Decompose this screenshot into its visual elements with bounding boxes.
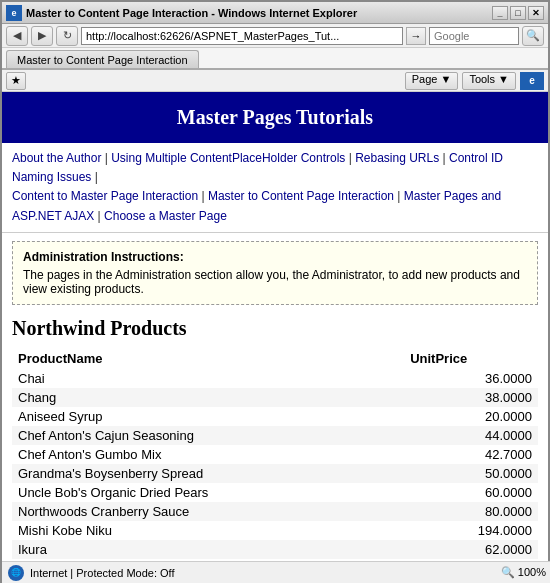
- toolbar: ★ Page ▼ Tools ▼ e: [2, 70, 548, 92]
- nav-link-rebasing[interactable]: Rebasing URLs: [355, 151, 439, 165]
- forward-button[interactable]: ▶: [31, 26, 53, 46]
- col-header-name: ProductName: [12, 348, 404, 369]
- product-price: 62.0000: [404, 540, 538, 559]
- status-bar: 🌐 Internet | Protected Mode: Off 🔍 100%: [2, 561, 550, 583]
- product-price: 60.0000: [404, 483, 538, 502]
- table-row: Mishi Kobe Niku194.0000: [12, 521, 538, 540]
- nav-link-about[interactable]: About the Author: [12, 151, 101, 165]
- products-table: ProductName UnitPrice Chai36.0000Chang38…: [12, 348, 538, 578]
- table-row: Ikura62.0000: [12, 540, 538, 559]
- admin-box: Administration Instructions: The pages i…: [12, 241, 538, 305]
- address-input[interactable]: [81, 27, 403, 45]
- back-button[interactable]: ◀: [6, 26, 28, 46]
- nav-link-content-master[interactable]: Content to Master Page Interaction: [12, 189, 198, 203]
- main-banner: Master Pages Tutorials: [2, 92, 548, 143]
- table-row: Grandma's Boysenberry Spread50.0000: [12, 464, 538, 483]
- product-price: 38.0000: [404, 388, 538, 407]
- table-row: Chef Anton's Cajun Seasoning44.0000: [12, 426, 538, 445]
- zoom-level[interactable]: 🔍 100%: [501, 566, 546, 579]
- tab-label: Master to Content Page Interaction: [17, 54, 188, 66]
- product-name: Chef Anton's Gumbo Mix: [12, 445, 404, 464]
- nav-link-multiple[interactable]: Using Multiple ContentPlaceHolder Contro…: [111, 151, 345, 165]
- title-bar: e Master to Content Page Interaction - W…: [2, 2, 548, 24]
- col-header-price: UnitPrice: [404, 348, 538, 369]
- product-price: 50.0000: [404, 464, 538, 483]
- active-tab[interactable]: Master to Content Page Interaction: [6, 50, 199, 68]
- product-price: 194.0000: [404, 521, 538, 540]
- admin-title: Administration Instructions:: [23, 250, 527, 264]
- product-name: Chang: [12, 388, 404, 407]
- tools-button[interactable]: Tools ▼: [462, 72, 516, 90]
- product-price: 20.0000: [404, 407, 538, 426]
- table-row: Chai36.0000: [12, 369, 538, 388]
- product-name: Chai: [12, 369, 404, 388]
- go-button[interactable]: →: [406, 27, 426, 45]
- address-bar: ◀ ▶ ↻ → 🔍: [2, 24, 548, 48]
- search-button[interactable]: 🔍: [522, 26, 544, 46]
- banner-title: Master Pages Tutorials: [177, 106, 373, 128]
- search-input[interactable]: [429, 27, 519, 45]
- product-name: Grandma's Boysenberry Spread: [12, 464, 404, 483]
- ie-logo: e: [520, 72, 544, 90]
- table-row: Chang38.0000: [12, 388, 538, 407]
- window-title: Master to Content Page Interaction - Win…: [26, 7, 492, 19]
- tab-bar: Master to Content Page Interaction: [2, 48, 548, 70]
- products-title: Northwind Products: [12, 317, 538, 340]
- refresh-button[interactable]: ↻: [56, 26, 78, 46]
- admin-body: The pages in the Administration section …: [23, 268, 527, 296]
- page-content: Master Pages Tutorials About the Author …: [2, 92, 548, 583]
- minimize-button[interactable]: _: [492, 6, 508, 20]
- status-icon: 🌐: [8, 565, 24, 581]
- product-price: 36.0000: [404, 369, 538, 388]
- table-row: Aniseed Syrup20.0000: [12, 407, 538, 426]
- favorites-button[interactable]: ★: [6, 72, 26, 90]
- product-price: 44.0000: [404, 426, 538, 445]
- window-controls[interactable]: _ □ ✕: [492, 6, 544, 20]
- page-button[interactable]: Page ▼: [405, 72, 459, 90]
- products-section: Northwind Products ProductName UnitPrice…: [2, 313, 548, 578]
- nav-links: About the Author | Using Multiple Conten…: [2, 143, 548, 233]
- product-name: Uncle Bob's Organic Dried Pears: [12, 483, 404, 502]
- status-text: Internet | Protected Mode: Off: [30, 567, 495, 579]
- product-name: Ikura: [12, 540, 404, 559]
- product-name: Aniseed Syrup: [12, 407, 404, 426]
- product-name: Mishi Kobe Niku: [12, 521, 404, 540]
- product-price: 80.0000: [404, 502, 538, 521]
- product-price: 42.7000: [404, 445, 538, 464]
- maximize-button[interactable]: □: [510, 6, 526, 20]
- status-right: 🔍 100%: [501, 566, 546, 579]
- nav-link-choose-master[interactable]: Choose a Master Page: [104, 209, 227, 223]
- product-name: Northwoods Cranberry Sauce: [12, 502, 404, 521]
- table-row: Chef Anton's Gumbo Mix42.7000: [12, 445, 538, 464]
- product-name: Chef Anton's Cajun Seasoning: [12, 426, 404, 445]
- ie-icon: e: [6, 5, 22, 21]
- table-row: Northwoods Cranberry Sauce80.0000: [12, 502, 538, 521]
- nav-link-master-content[interactable]: Master to Content Page Interaction: [208, 189, 394, 203]
- table-row: Uncle Bob's Organic Dried Pears60.0000: [12, 483, 538, 502]
- close-button[interactable]: ✕: [528, 6, 544, 20]
